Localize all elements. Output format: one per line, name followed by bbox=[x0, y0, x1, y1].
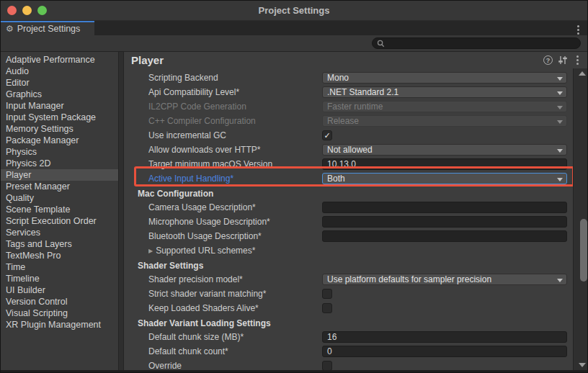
settings-label: Use incremental GC bbox=[148, 130, 322, 140]
search-input[interactable] bbox=[388, 39, 568, 48]
settings-label-text: Allow downloads over HTTP* bbox=[148, 145, 260, 155]
allow-downloads-over-http-dropdown[interactable]: Not allowed bbox=[322, 144, 567, 156]
settings-row-strict-shader-variant-matching: Strict shader variant matching* bbox=[124, 287, 573, 301]
panel-kebab-menu-icon[interactable] bbox=[573, 53, 582, 67]
override-checkbox[interactable] bbox=[322, 361, 332, 370]
tab-project-settings[interactable]: ⚙ Project Settings bbox=[1, 21, 94, 35]
sidebar-item-time[interactable]: Time bbox=[1, 261, 118, 273]
sidebar-item-xr-plugin-management[interactable]: XR Plugin Management bbox=[1, 319, 118, 331]
settings-value bbox=[322, 202, 567, 213]
settings-label: Default chunk size (MB)* bbox=[148, 332, 322, 342]
settings-label: Bluetooth Usage Description* bbox=[148, 231, 322, 241]
settings-label: Microphone Usage Description* bbox=[148, 217, 322, 227]
help-icon[interactable]: ? bbox=[543, 55, 553, 65]
sidebar-item-services[interactable]: Services bbox=[1, 227, 118, 238]
default-chunk-size-mb-field[interactable]: 16 bbox=[322, 331, 567, 343]
target-minimum-macos-version-field[interactable]: 10.13.0 bbox=[322, 158, 567, 170]
settings-label: Api Compatibility Level* bbox=[148, 87, 322, 97]
foldout-arrow-icon[interactable]: ▶ bbox=[148, 248, 153, 254]
scrollbar-thumb[interactable] bbox=[580, 219, 587, 282]
settings-label: Allow downloads over HTTP* bbox=[148, 145, 322, 155]
settings-panel: Scripting BackendMonoApi Compatibility L… bbox=[124, 68, 573, 370]
c-compiler-configuration-dropdown[interactable]: Release bbox=[322, 115, 567, 127]
bluetooth-usage-description-field[interactable] bbox=[322, 230, 567, 242]
settings-value bbox=[322, 361, 567, 370]
settings-value: Not allowed bbox=[322, 144, 567, 156]
camera-usage-description-field[interactable] bbox=[322, 202, 567, 213]
sidebar-splitter[interactable] bbox=[118, 52, 124, 370]
strict-shader-variant-matching-checkbox[interactable] bbox=[322, 289, 332, 299]
sidebar-item-memory-settings[interactable]: Memory Settings bbox=[1, 123, 118, 135]
settings-label[interactable]: ▶Supported URL schemes* bbox=[148, 246, 322, 256]
scroll-up-button[interactable] bbox=[579, 71, 586, 76]
sidebar-item-physics-2d[interactable]: Physics 2D bbox=[1, 158, 118, 169]
main-body: Adaptive PerformanceAudioEditorGraphicsI… bbox=[1, 52, 587, 370]
sidebar-item-quality[interactable]: Quality bbox=[1, 192, 118, 204]
sidebar-item-editor[interactable]: Editor bbox=[1, 77, 118, 89]
presets-icon[interactable] bbox=[558, 55, 568, 65]
microphone-usage-description-field[interactable] bbox=[322, 216, 567, 228]
scripting-backend-dropdown[interactable]: Mono bbox=[322, 72, 567, 84]
scroll-down-button[interactable] bbox=[579, 363, 586, 367]
sidebar-item-input-system-package[interactable]: Input System Package bbox=[1, 112, 118, 123]
section-header-shader-variant-loading-settings: Shader Variant Loading Settings bbox=[124, 317, 573, 330]
shader-precision-model-dropdown[interactable]: Use platform defaults for sampler precis… bbox=[322, 274, 567, 285]
panel-header: Player ? bbox=[124, 52, 587, 68]
traffic-lights bbox=[1, 6, 47, 15]
settings-label: Camera Usage Description* bbox=[148, 202, 322, 212]
settings-value: .NET Standard 2.1 bbox=[322, 86, 567, 98]
use-incremental-gc-checkbox[interactable]: ✓ bbox=[322, 130, 332, 140]
sidebar-item-tags-and-layers[interactable]: Tags and Layers bbox=[1, 238, 118, 250]
settings-label-text: C++ Compiler Configuration bbox=[148, 116, 256, 126]
settings-label-text: Bluetooth Usage Description* bbox=[148, 231, 262, 241]
settings-row-keep-loaded-shaders-alive: Keep Loaded Shaders Alive* bbox=[124, 301, 573, 315]
sidebar-item-graphics[interactable]: Graphics bbox=[1, 89, 118, 100]
sidebar-item-scene-template[interactable]: Scene Template bbox=[1, 204, 118, 215]
settings-label-text: IL2CPP Code Generation bbox=[148, 102, 246, 112]
dropdown-arrow-icon bbox=[557, 77, 563, 81]
sidebar-item-textmesh-pro[interactable]: TextMesh Pro bbox=[1, 250, 118, 261]
sidebar-item-audio[interactable]: Audio bbox=[1, 66, 118, 77]
sidebar-item-timeline[interactable]: Timeline bbox=[1, 273, 118, 284]
settings-value bbox=[322, 230, 567, 242]
zoom-window-button[interactable] bbox=[37, 6, 47, 15]
default-chunk-count-field[interactable]: 0 bbox=[322, 346, 567, 357]
dropdown-arrow-icon bbox=[557, 106, 563, 109]
sidebar-item-version-control[interactable]: Version Control bbox=[1, 296, 118, 307]
dropdown-value: Both bbox=[327, 174, 345, 184]
check-icon: ✓ bbox=[324, 131, 330, 140]
active-input-handling-dropdown[interactable]: Both bbox=[322, 173, 567, 184]
settings-value: Release bbox=[322, 115, 567, 127]
sidebar-item-package-manager[interactable]: Package Manager bbox=[1, 135, 118, 146]
section-header-mac-configuration: Mac Configuration bbox=[124, 187, 573, 200]
sidebar-item-script-execution-order[interactable]: Script Execution Order bbox=[1, 215, 118, 227]
api-compatibility-level-dropdown[interactable]: .NET Standard 2.1 bbox=[322, 86, 567, 98]
close-window-button[interactable] bbox=[7, 6, 17, 15]
sidebar-item-visual-scripting[interactable]: Visual Scripting bbox=[1, 307, 118, 319]
project-settings-window: Project Settings ⚙ Project Settings Adap… bbox=[0, 0, 588, 373]
settings-label: Strict shader variant matching* bbox=[148, 289, 322, 299]
sidebar-item-input-manager[interactable]: Input Manager bbox=[1, 100, 118, 112]
window-bottom-edge bbox=[1, 370, 587, 372]
sidebar-item-adaptive-performance[interactable]: Adaptive Performance bbox=[1, 54, 118, 66]
sidebar-item-preset-manager[interactable]: Preset Manager bbox=[1, 181, 118, 192]
minimize-window-button[interactable] bbox=[22, 6, 32, 15]
settings-value: 0 bbox=[322, 346, 567, 357]
settings-value: Use platform defaults for sampler precis… bbox=[322, 274, 567, 285]
settings-row-override: Override bbox=[124, 359, 573, 370]
settings-row-api-compatibility-level: Api Compatibility Level*.NET Standard 2.… bbox=[124, 85, 573, 99]
settings-label-text: Shader precision model* bbox=[148, 274, 243, 284]
sidebar-item-ui-builder[interactable]: UI Builder bbox=[1, 284, 118, 296]
settings-row-allow-downloads-over-http: Allow downloads over HTTP*Not allowed bbox=[124, 143, 573, 157]
sidebar-item-physics[interactable]: Physics bbox=[1, 146, 118, 158]
settings-row-bluetooth-usage-description: Bluetooth Usage Description* bbox=[124, 229, 573, 243]
il2cpp-code-generation-dropdown[interactable]: Faster runtime bbox=[322, 101, 567, 112]
settings-row-default-chunk-count: Default chunk count*0 bbox=[124, 344, 573, 359]
search-icon bbox=[377, 40, 385, 48]
settings-row-target-minimum-macos-version: Target minimum macOS Version10.13.0 bbox=[124, 157, 573, 171]
settings-label: IL2CPP Code Generation bbox=[148, 102, 322, 112]
vertical-scrollbar[interactable] bbox=[573, 68, 587, 370]
search-box[interactable] bbox=[372, 37, 581, 49]
sidebar-item-player[interactable]: Player bbox=[1, 169, 118, 181]
keep-loaded-shaders-alive-checkbox[interactable] bbox=[322, 303, 332, 313]
